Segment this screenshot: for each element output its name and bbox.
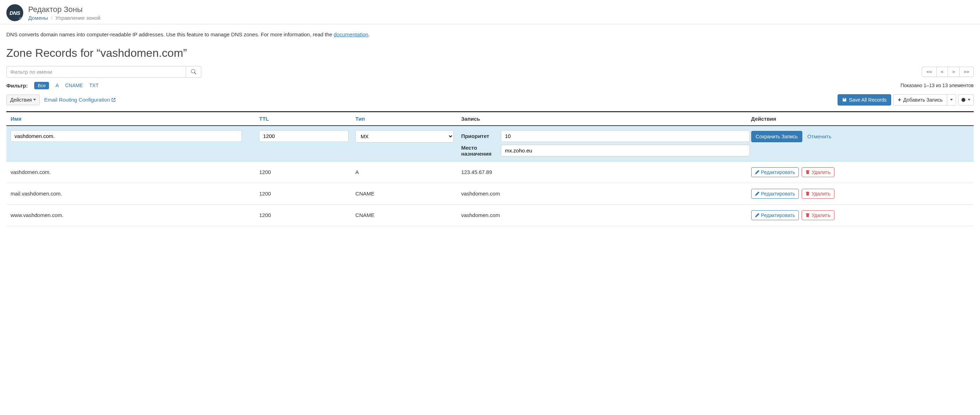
pencil-icon — [755, 170, 759, 174]
filter-all-pill[interactable]: Все — [34, 82, 49, 89]
cell-ttl: 1200 — [259, 212, 355, 218]
filter-by-name-input[interactable] — [6, 66, 186, 78]
dns-logo: DNS — [6, 4, 23, 21]
delete-record-button[interactable]: Удалить — [802, 189, 834, 199]
pencil-icon — [755, 213, 759, 217]
save-all-records-button[interactable]: Save All Records — [838, 94, 891, 105]
breadcrumb-domains-link[interactable]: Домены — [28, 15, 48, 21]
edit-record-row: MX Приоритет Место назначения Сохранить … — [6, 125, 974, 162]
pager-last-button[interactable]: >> — [959, 67, 974, 77]
cell-record: 123.45.67.89 — [461, 169, 749, 175]
cell-ttl: 1200 — [259, 169, 355, 175]
cell-name: vashdomen.com. — [9, 169, 259, 175]
edit-record-button[interactable]: Редактировать — [751, 167, 799, 177]
edit-ttl-input[interactable] — [259, 130, 348, 142]
caret-down-icon — [968, 99, 970, 101]
zone-records-heading: Zone Records for “vashdomen.com” — [6, 46, 974, 60]
cell-type: CNAME — [355, 191, 461, 196]
table-header: Имя TTL Тип Запись Действия — [6, 112, 974, 125]
breadcrumb: Домены / Управление зоной — [28, 15, 100, 21]
intro-text: DNS converts domain names into computer-… — [6, 31, 974, 39]
column-header-ttl[interactable]: TTL — [259, 116, 355, 122]
column-header-record: Запись — [461, 116, 749, 122]
page-title: Редактор Зоны — [28, 5, 100, 14]
edit-type-select[interactable]: MX — [355, 130, 454, 142]
documentation-link[interactable]: documentation — [334, 31, 368, 37]
caret-down-icon — [950, 99, 953, 101]
pager: << < > >> — [922, 67, 974, 77]
page-header: DNS Редактор Зоны Домены / Управление зо… — [0, 0, 980, 24]
search-icon — [191, 69, 196, 74]
plus-icon: + — [898, 97, 901, 103]
edit-priority-input[interactable] — [501, 130, 749, 142]
edit-destination-input[interactable] — [501, 145, 749, 156]
gear-icon — [961, 98, 966, 102]
table-row: vashdomen.com.1200A123.45.67.89Редактиро… — [6, 162, 974, 183]
add-record-button[interactable]: + Добавить Запись — [893, 94, 947, 105]
cell-name: mail.vashdomen.com. — [9, 191, 259, 196]
edit-record-button[interactable]: Редактировать — [751, 189, 799, 199]
cell-name: www.vashdomen.com. — [9, 212, 259, 218]
caret-down-icon — [33, 99, 36, 101]
cancel-edit-button[interactable]: Отменить — [807, 133, 832, 139]
destination-label: Место назначения — [461, 145, 498, 157]
actions-dropdown[interactable]: Действия — [6, 94, 40, 105]
pencil-icon — [755, 192, 759, 196]
filter-cname-link[interactable]: CNAME — [65, 83, 83, 88]
edit-name-input[interactable] — [11, 130, 242, 142]
settings-dropdown-button[interactable] — [958, 94, 974, 105]
cursor-icon — [19, 17, 22, 20]
cell-record: vashdomen.com — [461, 191, 749, 196]
trash-icon — [805, 170, 810, 174]
cell-ttl: 1200 — [259, 191, 355, 196]
priority-label: Приоритет — [461, 133, 498, 139]
cell-type: A — [355, 169, 461, 175]
trash-icon — [805, 213, 810, 217]
pager-next-button[interactable]: > — [948, 67, 959, 77]
records-table: Имя TTL Тип Запись Действия MX Приоритет… — [6, 111, 974, 226]
filter-a-link[interactable]: A — [55, 83, 59, 88]
breadcrumb-current: Управление зоной — [55, 15, 100, 21]
pager-prev-button[interactable]: < — [936, 67, 948, 77]
save-record-button[interactable]: Сохранить Запись — [751, 131, 802, 142]
filter-txt-link[interactable]: TXT — [89, 83, 99, 88]
cell-type: CNAME — [355, 212, 461, 218]
cell-record: vashdomen.com — [461, 212, 749, 218]
records-count-text: Показано 1–13 из 13 элементов — [900, 83, 974, 88]
table-row: www.vashdomen.com.1200CNAMEvashdomen.com… — [6, 205, 974, 226]
table-row: mail.vashdomen.com.1200CNAMEvashdomen.co… — [6, 183, 974, 205]
trash-icon — [805, 192, 810, 196]
column-header-name[interactable]: Имя — [9, 116, 259, 122]
pager-first-button[interactable]: << — [922, 67, 936, 77]
external-link-icon — [111, 98, 116, 102]
delete-record-button[interactable]: Удалить — [802, 210, 834, 220]
filter-label: Фильтр: — [6, 83, 28, 89]
column-header-actions: Действия — [750, 116, 971, 122]
edit-record-button[interactable]: Редактировать — [751, 210, 799, 220]
column-header-type[interactable]: Тип — [355, 116, 461, 122]
add-record-dropdown-toggle[interactable] — [947, 94, 956, 105]
email-routing-link[interactable]: Email Routing Configuration — [44, 97, 116, 103]
save-icon — [842, 97, 847, 102]
search-button[interactable] — [186, 66, 201, 78]
delete-record-button[interactable]: Удалить — [802, 167, 834, 177]
filter-input-group — [6, 66, 201, 78]
